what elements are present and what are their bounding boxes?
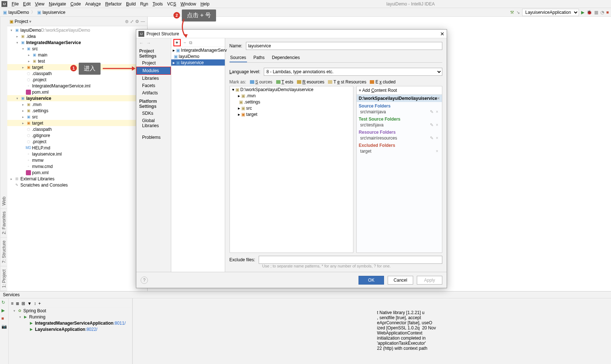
test-source-folder-item[interactable]: src\test\java✎×: [357, 122, 442, 128]
roots-row[interactable]: ▸▣.mvn: [230, 93, 353, 99]
menu-refactor[interactable]: Refactor: [103, 1, 124, 7]
tree-twisty-icon[interactable]: ▾: [21, 47, 25, 51]
tree-row[interactable]: ▸▣target: [7, 120, 147, 126]
mark-test-resources[interactable]: Test Resources: [328, 79, 366, 85]
tree-twisty-icon[interactable]: ▸: [21, 66, 25, 69]
tree-row[interactable]: ▾✿Spring Boot: [10, 308, 131, 314]
roots-row[interactable]: ▾▣D:\workSpace\layuiDemo\layuiservice: [230, 86, 353, 93]
debug-icon[interactable]: 🐞: [587, 10, 592, 15]
edit-icon[interactable]: ✎: [430, 122, 434, 128]
tree-row[interactable]: ▫layuiservice.iml: [7, 151, 147, 157]
tree-twisty-icon[interactable]: ▸: [238, 112, 240, 117]
tree-row[interactable]: ▫mvnw: [7, 157, 147, 163]
run-icon[interactable]: ▶: [581, 10, 584, 15]
locate-icon[interactable]: ⊚: [125, 19, 129, 24]
tree-row[interactable]: ▫mvnw.cmd: [7, 163, 147, 169]
tree-row[interactable]: mpom.xml: [7, 169, 147, 176]
tree-row[interactable]: ▾▣IntegratedManagerService: [7, 39, 147, 46]
remove-icon[interactable]: ×: [436, 122, 438, 128]
exclude-files-input[interactable]: [259, 256, 442, 264]
module-row[interactable]: ▸▣IntegratedManagerServ: [171, 47, 225, 53]
tree-twisty-icon[interactable]: ▸: [173, 60, 175, 65]
tab-sources[interactable]: Sources: [230, 54, 247, 62]
menu-file[interactable]: File: [9, 1, 21, 7]
menu-run[interactable]: Run: [138, 1, 150, 7]
content-roots-tree[interactable]: ▾▣D:\workSpace\layuiDemo\layuiservice▸▣.…: [230, 86, 353, 253]
mark-excluded[interactable]: Excluded: [370, 79, 395, 85]
tree-twisty-icon[interactable]: ▾: [232, 87, 234, 92]
tree-row[interactable]: ▸⊞External Libraries: [7, 176, 147, 182]
menu-navigate[interactable]: Navigate: [47, 1, 68, 7]
hide-icon[interactable]: —: [141, 19, 145, 24]
tree-row[interactable]: ◌.gitignore: [7, 132, 147, 138]
tree-twisty-icon[interactable]: ▸: [27, 53, 31, 57]
remove-module-button[interactable]: −: [184, 40, 186, 45]
group-icon[interactable]: ⊞: [21, 301, 25, 306]
modules-tree[interactable]: ▸▣IntegratedManagerServ▣layuiDemo▸▣layui…: [171, 47, 225, 272]
add-module-button[interactable]: +: [173, 39, 181, 46]
tool-tab-structure[interactable]: 7: Structure: [1, 238, 7, 266]
roots-row[interactable]: ▣.settings: [230, 99, 353, 105]
menu-analyze[interactable]: Analyze: [83, 1, 103, 7]
collapse-all-icon[interactable]: ≣: [16, 301, 19, 306]
tool-tab-web[interactable]: Web: [1, 193, 7, 208]
edit-icon[interactable]: ✎: [430, 136, 434, 141]
tree-row[interactable]: ▸▣test: [7, 58, 147, 64]
console-output[interactable]: t Native library [1.2.21] u: [133, 298, 611, 364]
tree-row[interactable]: ▾▣layuiservice: [7, 95, 147, 101]
roots-row[interactable]: ▸▣src: [230, 105, 353, 111]
nav-modules[interactable]: Modules: [136, 67, 171, 75]
copy-module-button[interactable]: ⧉: [189, 40, 192, 45]
tree-row[interactable]: ▸▣.mvn: [7, 101, 147, 107]
nav-sdks[interactable]: SDKs: [136, 110, 171, 117]
tree-row[interactable]: ▸▣.settings: [7, 107, 147, 114]
remove-root-icon[interactable]: ×: [437, 96, 440, 101]
roots-row[interactable]: ▸▣target: [230, 111, 353, 117]
cancel-button[interactable]: Cancel: [388, 276, 413, 285]
tree-row[interactable]: ◌.project: [7, 138, 147, 145]
services-title[interactable]: Services: [0, 291, 611, 298]
mark-resources[interactable]: Resources: [297, 79, 324, 85]
tree-twisty-icon[interactable]: ▸: [9, 177, 13, 181]
apply-button[interactable]: Apply: [417, 276, 442, 285]
tree-row[interactable]: ✎Scratches and Consoles: [7, 182, 147, 188]
services-tree[interactable]: ▾✿Spring Boot▾▶Running▶IntegratedManager…: [10, 308, 131, 332]
help-icon[interactable]: ?: [141, 277, 148, 284]
excluded-folder-item[interactable]: target×: [357, 148, 442, 154]
tree-row[interactable]: MDHELP.md: [7, 145, 147, 151]
tree-row[interactable]: ▾▣layuiDemo D:\workSpace\layuiDemo: [7, 27, 147, 33]
tree-twisty-icon[interactable]: ▸: [21, 115, 25, 119]
breadcrumb-root[interactable]: ▣ layuiDemo: [2, 10, 30, 15]
nav-global-libraries[interactable]: Global Libraries: [136, 117, 171, 129]
expand-icon[interactable]: ⤢: [130, 19, 134, 24]
add-icon[interactable]: +: [38, 301, 41, 306]
tree-twisty-icon[interactable]: ▾: [18, 315, 22, 319]
language-level-select[interactable]: 8 - Lambdas, type annotations etc.: [264, 68, 442, 76]
menu-code[interactable]: Code: [68, 1, 83, 7]
nav-project[interactable]: Project: [136, 59, 171, 67]
edit-icon[interactable]: ✎: [430, 109, 434, 114]
tree-twisty-icon[interactable]: ▸: [21, 109, 25, 113]
module-row[interactable]: ▸▣layuiservice: [171, 59, 225, 66]
menu-vcs[interactable]: VCS: [165, 1, 179, 7]
tool-tab-favorites[interactable]: 2: Favorites: [1, 209, 7, 238]
tree-row[interactable]: ▶IntegratedManagerServiceApplication :80…: [10, 320, 131, 326]
tree-row[interactable]: ▾▣src: [7, 46, 147, 52]
tree-twisty-icon[interactable]: ▾: [12, 309, 16, 313]
port-link[interactable]: :8022/: [85, 327, 97, 332]
port-link[interactable]: :8011/: [113, 321, 125, 326]
ok-button[interactable]: OK: [359, 276, 384, 285]
tree-twisty-icon[interactable]: ▸: [21, 103, 25, 106]
tree-twisty-icon[interactable]: ▾: [9, 28, 13, 32]
tab-dependencies[interactable]: Dependencies: [271, 54, 301, 62]
filter-icon[interactable]: ▼: [27, 301, 32, 306]
remove-icon[interactable]: ×: [436, 109, 438, 114]
module-row[interactable]: ▣layuiDemo: [171, 53, 225, 59]
gear-icon[interactable]: ⚙: [135, 19, 139, 24]
menu-edit[interactable]: Edit: [21, 1, 33, 7]
tree-twisty-icon[interactable]: ▾: [15, 97, 19, 100]
tree-row[interactable]: ▸▣main: [7, 52, 147, 58]
tree-row[interactable]: ◌.classpath: [7, 126, 147, 132]
remove-icon[interactable]: ×: [436, 136, 438, 141]
remove-icon[interactable]: ×: [436, 149, 438, 154]
